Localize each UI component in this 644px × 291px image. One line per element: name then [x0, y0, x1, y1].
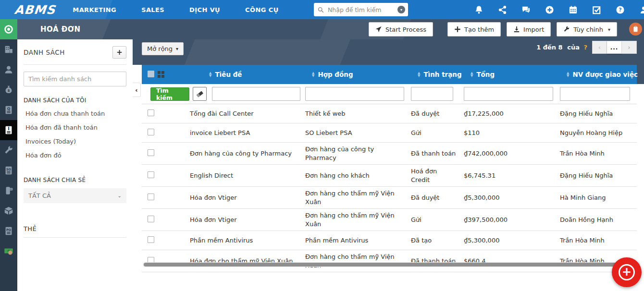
list-item-hoa-don-chua-thanh-toan[interactable]: Hóa đơn chưa thanh toán [24, 107, 126, 121]
cell-status: Hoá đơn Credit [411, 167, 464, 184]
row-checkbox[interactable] [148, 109, 154, 116]
phone-message-icon[interactable] [0, 181, 17, 201]
row-checkbox[interactable] [148, 194, 154, 200]
horizontal-scrollbar[interactable] [143, 262, 640, 267]
filter-input-title[interactable] [212, 87, 300, 101]
table-row[interactable]: Hóa đơn cho thẩm mỹ Viện XuânĐơn hàng ch… [142, 250, 637, 272]
band-right-strip [637, 65, 644, 84]
sort-arrows-icon[interactable]: ▲▼ [567, 72, 569, 77]
chat-icon[interactable] [521, 5, 531, 14]
chevron-down-icon: ⌄ [118, 193, 122, 198]
sidebar-collapse-handle[interactable]: ‹ [133, 83, 141, 97]
product-box-icon[interactable] [0, 201, 17, 221]
filter-input-contract[interactable] [305, 87, 404, 101]
nav-item-cong-cu[interactable]: CÔNG CỤ [245, 6, 279, 13]
invoice-doc-icon[interactable]: I [0, 120, 17, 140]
list-search-input[interactable] [24, 72, 126, 86]
sort-arrows-icon[interactable]: ▲▼ [312, 72, 314, 77]
select-all-checkbox[interactable] [148, 71, 154, 77]
cell-title: invoice Liebert PSA [190, 129, 305, 137]
sort-arrows-icon[interactable]: ▲▼ [209, 72, 211, 77]
share-nodes-icon[interactable] [498, 5, 507, 14]
cell-assignee: Hà Minh Giang [560, 194, 637, 202]
filter-input-assignee[interactable] [560, 87, 630, 101]
cell-title: English Direct [190, 171, 305, 180]
prev-page-button[interactable]: ‹ [592, 41, 607, 54]
column-header-tinh-trang[interactable]: ▲▼Tình trạng [411, 71, 464, 78]
table-row[interactable]: invoice Liebert PSASO Liebert PSAGửi$110… [142, 123, 637, 143]
filter-input-status[interactable] [411, 87, 453, 101]
scrollbar-thumb[interactable] [144, 263, 636, 267]
row-checkbox[interactable] [148, 236, 154, 243]
service-wrench-icon[interactable] [0, 140, 17, 160]
cell-total: $110 [464, 129, 560, 137]
payment-icon[interactable] [0, 241, 17, 261]
company-icon[interactable] [0, 39, 17, 60]
table-row[interactable]: Hóa đơn VtigerĐơn hàng cho thẩm mỹ Viện … [142, 187, 637, 209]
nav-item-marketing[interactable]: MARKETING [73, 6, 116, 13]
column-header-tong[interactable]: ▲▼Tổng [464, 71, 560, 78]
plus-icon [454, 26, 461, 33]
table-row[interactable]: Phần mềm AntivirusPhần mềm AntivirusĐã t… [142, 231, 637, 250]
table-filter-row: Tìm kiếm [142, 84, 637, 104]
row-checkbox[interactable] [148, 216, 154, 222]
bell-icon[interactable] [474, 5, 483, 14]
money-bag-icon[interactable]: $ [0, 80, 17, 100]
nav-item-sales[interactable]: SALES [141, 6, 164, 13]
tasks-check-icon[interactable] [592, 5, 601, 14]
purchase-order-icon[interactable]: PO [0, 221, 17, 241]
cell-status: Đã thanh toán [411, 149, 464, 158]
list-item-hoa-don-do[interactable]: Hóa đơn đỏ [24, 148, 126, 162]
row-checkbox[interactable] [148, 149, 154, 156]
start-process-button[interactable]: Start Process [369, 22, 433, 36]
clipboard-badge[interactable] [629, 23, 642, 36]
user-icon[interactable] [639, 5, 644, 14]
send-icon [375, 26, 382, 33]
add-list-button[interactable]: + [112, 46, 126, 59]
sales-order-icon[interactable]: SO [0, 160, 17, 181]
expand-button[interactable]: Mở rộng ▾ [142, 42, 184, 55]
topnav-icons: ? [474, 0, 644, 19]
sort-arrows-icon[interactable]: ▲▼ [418, 72, 420, 77]
contacts-icon[interactable] [0, 60, 17, 80]
cell-total: ₫5,300,000 [464, 236, 560, 245]
help-icon[interactable]: ? [616, 5, 625, 14]
target-icon[interactable] [0, 19, 17, 39]
clear-filter-button[interactable] [193, 87, 207, 101]
column-header-tieu-de[interactable]: ▲▼Tiêu đề [190, 71, 305, 78]
row-checkbox[interactable] [148, 171, 154, 178]
filter-input-total[interactable] [464, 87, 553, 101]
quote-doc-icon[interactable]: Q [0, 100, 17, 120]
table-row[interactable]: Tổng đài Call CenterThiết kế webĐã duyệt… [142, 104, 637, 123]
shared-lists-dropdown[interactable]: TẤT CẢ ⌄ [24, 188, 126, 203]
cell-total: ₫397,500,000 [464, 216, 560, 224]
column-header-hop-dong[interactable]: ▲▼Hợp đồng [305, 71, 411, 78]
invoice-list-table: ▲▼Tiêu đề▲▼Hợp đồng▲▼Tình trạng▲▼Tổng▲▼N… [142, 65, 637, 272]
nav-item-dich-vu[interactable]: DỊCH VỤ [189, 6, 220, 13]
quick-create-fab[interactable]: + [612, 257, 642, 287]
table-row[interactable]: Đơn hàng của công ty PharmacyĐơn hàng củ… [142, 143, 637, 165]
table-row[interactable]: English DirectĐơn hàng cho kháchHoá đơn … [142, 165, 637, 187]
table-search-button[interactable]: Tìm kiếm [150, 87, 189, 101]
global-search[interactable]: ▾ [314, 3, 408, 16]
table-row[interactable]: Hóa đơn VtigerĐơn hàng cho thẩm mỹ Viện … [142, 209, 637, 231]
svg-text:$: $ [7, 88, 10, 93]
page-jump-button[interactable]: ... [607, 41, 622, 54]
customize-button[interactable]: Tùy chỉnh ▾ [557, 22, 617, 36]
import-button[interactable]: Import [507, 22, 551, 36]
global-search-input[interactable] [327, 6, 397, 14]
list-item-invoices-today[interactable]: Invoices (Today) [24, 134, 126, 148]
app-logo[interactable]: ABMS [13, 3, 56, 17]
list-item-hoa-don-da-thanh-toan[interactable]: Hóa đơn đã thanh toán [24, 121, 126, 134]
plus-circle-icon[interactable] [545, 5, 554, 14]
row-checkbox[interactable] [148, 129, 154, 135]
grid-view-icon[interactable] [158, 71, 165, 78]
next-page-button[interactable]: › [622, 41, 637, 54]
caret-circle-icon[interactable]: ▾ [397, 6, 405, 13]
sort-arrows-icon[interactable]: ▲▼ [471, 72, 473, 77]
cell-assignee: Đặng Hiếu Nghĩa [560, 171, 637, 180]
create-button[interactable]: Tạo thêm [447, 22, 501, 36]
column-header-nv-duoc-giao-viec[interactable]: ▲▼NV được giao việc [560, 71, 637, 78]
calendar-icon[interactable] [569, 5, 578, 14]
record-count-link[interactable]: ? [583, 44, 587, 51]
